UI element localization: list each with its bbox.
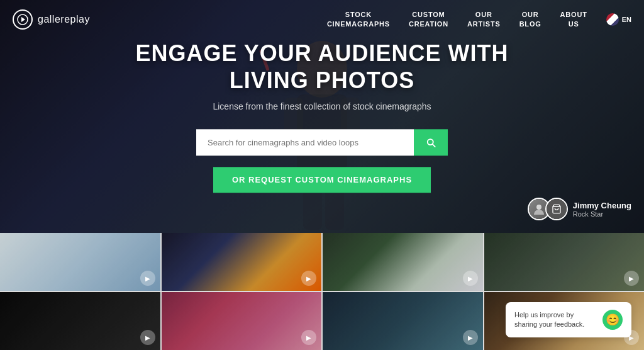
play-button[interactable]: ▶ <box>301 271 316 286</box>
play-button[interactable]: ▶ <box>140 330 155 345</box>
search-input[interactable] <box>196 130 414 156</box>
cta-button[interactable]: OR REQUEST CUSTOM CINEMAGRAPHS <box>213 167 431 193</box>
testimonial: Jimmy Cheung Rock Star <box>528 198 631 220</box>
testimonial-name: Jimmy Cheung <box>573 201 631 210</box>
search-bar <box>196 130 448 156</box>
feedback-widget[interactable]: Help us improve by sharing your feedback… <box>506 302 631 337</box>
nav-artists[interactable]: OUR ARTISTS <box>467 10 501 28</box>
gallery-item[interactable]: ▶ <box>0 233 160 291</box>
testimonial-role: Rock Star <box>573 210 631 218</box>
hero-title: ENGAGE YOUR AUDIENCE WITH LIVING PHOTOS <box>102 40 542 94</box>
gallery-item[interactable]: ▶ <box>323 233 483 291</box>
gallery-item[interactable]: ▶ <box>162 233 322 291</box>
flag-icon <box>606 13 619 26</box>
nav-about[interactable]: ABOUT US <box>560 10 587 28</box>
lang-label: EN <box>622 16 631 23</box>
logo[interactable]: gallereplay <box>13 9 90 30</box>
header: gallereplay STOCK CINEMAGRAPHS CUSTOM CR… <box>0 0 644 38</box>
gallery-item[interactable]: ▶ <box>0 292 160 350</box>
search-button[interactable] <box>414 130 448 156</box>
play-button[interactable]: ▶ <box>140 271 155 286</box>
feedback-text: Help us improve by sharing your feedback… <box>514 310 596 330</box>
main-nav: STOCK CINEMAGRAPHS CUSTOM CREATION OUR A… <box>327 10 631 28</box>
gallery-item[interactable]: ▶ <box>323 292 483 350</box>
hero-content: ENGAGE YOUR AUDIENCE WITH LIVING PHOTOS … <box>102 40 542 193</box>
svg-marker-8 <box>21 17 25 22</box>
avatar-cart <box>545 198 568 220</box>
svg-point-9 <box>536 205 541 210</box>
testimonial-avatars <box>528 198 568 220</box>
hero-section: gallereplay STOCK CINEMAGRAPHS CUSTOM CR… <box>0 0 644 233</box>
gallery-item[interactable]: ▶ <box>484 233 645 291</box>
play-button[interactable]: ▶ <box>463 271 478 286</box>
gallery-item[interactable]: ▶ <box>162 292 322 350</box>
nav-custom[interactable]: CUSTOM CREATION <box>409 10 448 28</box>
testimonial-info: Jimmy Cheung Rock Star <box>573 201 631 218</box>
logo-text: gallereplay <box>38 14 90 25</box>
play-button[interactable]: ▶ <box>463 330 478 345</box>
nav-stock[interactable]: STOCK CINEMAGRAPHS <box>327 10 390 28</box>
play-button[interactable]: ▶ <box>301 330 316 345</box>
hero-subtitle: License from the finest collection of st… <box>102 102 542 112</box>
feedback-emoji-icon: 😊 <box>602 310 623 330</box>
play-button[interactable]: ▶ <box>624 271 639 286</box>
nav-blog[interactable]: OUR BLOG <box>519 10 541 28</box>
language-selector[interactable]: EN <box>606 13 631 26</box>
logo-icon <box>13 9 33 30</box>
search-icon <box>425 137 436 149</box>
